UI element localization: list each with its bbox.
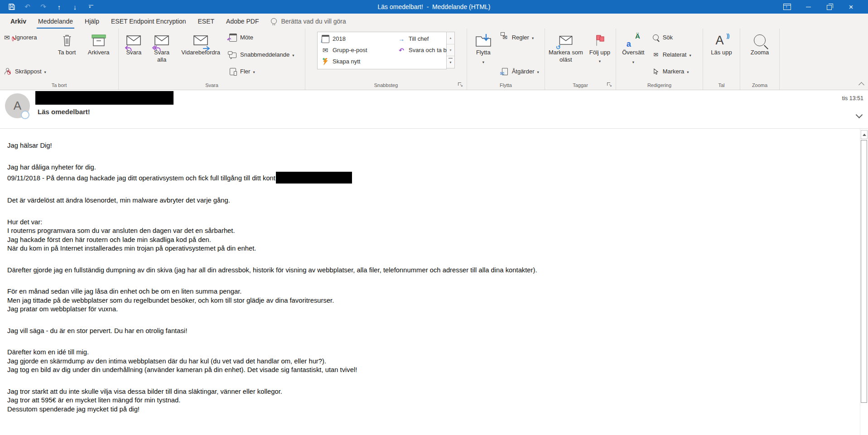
body-line: Jag tog en bild av dig under din underhå… — [7, 366, 860, 375]
quick-steps-scroll-down-button[interactable]: ▼ — [447, 44, 454, 57]
dropdown-arrow-icon — [599, 56, 601, 64]
archive-icon — [91, 32, 106, 49]
body-paragraph: Det är värdelöst att ändra lösenordet, m… — [7, 196, 860, 205]
quick-steps-more-button[interactable]: ▼ — [447, 56, 454, 68]
svara-button[interactable]: Svara — [120, 29, 148, 80]
folj-upp-button[interactable]: Följ upp — [585, 29, 614, 80]
relaterat-button[interactable]: ✉ Relaterat — [650, 49, 700, 60]
body-line: Jag tror starkt att du inte skulle vilja… — [7, 387, 860, 396]
svara-alla-button[interactable]: Svara alla — [148, 29, 176, 80]
button-label: Följ upp — [589, 49, 610, 56]
group-label: Flytta — [500, 82, 512, 88]
dropdown-arrow-icon — [44, 68, 46, 75]
move-down-button[interactable]: ↓ — [67, 0, 83, 14]
flytta-button[interactable]: Flytta — [468, 29, 498, 80]
body-line: Det är värdelöst att ändra lösenordet, m… — [7, 196, 860, 205]
body-line: 09/11/2018 - På denna dag hackade jag di… — [7, 172, 860, 184]
message-subject: Läs omedelbart! — [38, 108, 90, 116]
reply-arrow-icon: ↶ — [397, 47, 405, 54]
redacted-sender — [35, 91, 174, 105]
body-line: I routerns programvara som du var anslut… — [7, 227, 860, 236]
button-label: Fler — [240, 68, 250, 75]
oversatt-button[interactable]: Översätt — [617, 29, 649, 80]
scrollbar-thumb[interactable] — [861, 140, 867, 403]
dialog-launcher-icon[interactable] — [607, 82, 612, 87]
tab-eset[interactable]: ESET — [192, 14, 221, 29]
group-svara: Svara Svara alla Vidarebefordra — [119, 29, 305, 90]
junk-person-icon — [4, 68, 12, 75]
follow-up-flag-icon — [595, 32, 605, 49]
dialog-launcher-icon[interactable] — [458, 82, 463, 87]
body-paragraph: Jag har dåliga nyheter för dig.09/11/201… — [7, 163, 860, 184]
fler-button[interactable]: Fler — [227, 66, 303, 77]
dropdown-arrow-icon — [687, 68, 689, 75]
undo-button: ↶ — [19, 0, 35, 14]
tab-eset-endpoint-encryption[interactable]: ESET Endpoint Encryption — [105, 14, 192, 29]
ignorera-button[interactable]: ✉ Ignorera — [2, 32, 53, 43]
mote-button[interactable]: ↶ Möte — [227, 32, 303, 43]
customize-toolbar-icon — [89, 5, 93, 9]
body-paragraph: Hur det var:I routerns programvara som d… — [7, 218, 860, 253]
body-line: För en månad sedan ville jag låsa din en… — [7, 287, 860, 296]
body-line: Därefter kom en idé till mig. — [7, 348, 860, 357]
move-folder-icon — [475, 32, 492, 49]
related-icon: ✉ — [652, 52, 660, 58]
reply-arrow-icon: ↶ — [227, 37, 231, 43]
ribbon-display-options-button[interactable] — [776, 0, 798, 14]
body-line: När du kom in på Internet installerades … — [7, 244, 860, 253]
las-upp-button[interactable]: Läs upp — [708, 29, 736, 80]
quick-step-grupp-e-post[interactable]: ✉ Grupp-e-post — [321, 47, 397, 53]
markera-button[interactable]: Markera — [650, 66, 700, 77]
more-actions-icon — [228, 68, 237, 75]
tell-me-box[interactable]: Berätta vad du vill göra — [265, 14, 352, 29]
lightbulb-icon — [271, 18, 277, 24]
quick-access-toolbar: ↶ ↷ ↑ ↓ — [4, 0, 99, 14]
button-label: Läs upp — [711, 49, 732, 56]
body-line: Men jag tittade på de webbplatser som du… — [7, 296, 860, 305]
body-line: Jag tror att 595€ är en mycket liten män… — [7, 396, 860, 405]
ta-bort-button[interactable]: Ta bort — [53, 29, 81, 80]
vidarebefordra-button[interactable]: Vidarebefordra — [176, 29, 226, 80]
tab-adobe-pdf[interactable]: Adobe PDF — [220, 14, 265, 29]
dropdown-arrow-icon — [632, 57, 634, 65]
group-taggar: ↺ Markera som oläst Följ upp Taggar — [545, 29, 616, 90]
group-label: Ta bort — [52, 82, 67, 88]
close-button[interactable]: × — [840, 0, 862, 14]
window-title: Läs omedelbart! - Meddelande (HTML) — [136, 3, 732, 10]
translate-icon — [626, 32, 641, 49]
skrappost-button[interactable]: Skräppost — [2, 66, 53, 77]
tab-meddelande[interactable]: Meddelande — [32, 14, 79, 29]
save-icon — [9, 4, 15, 10]
scroll-up-button[interactable] — [861, 130, 868, 139]
group-redigering: Översätt Sök ✉ Relaterat Markera — [616, 29, 703, 90]
body-line: Jag hälsar Dig! — [7, 141, 860, 150]
tab-hjalp[interactable]: Hjälp — [79, 14, 105, 29]
dropdown-arrow-icon — [482, 57, 484, 65]
save-button[interactable] — [4, 0, 19, 14]
quick-step-svara-och-ta-bort[interactable]: ↶ Svara och ta bort — [397, 47, 453, 54]
customize-quick-access-button[interactable] — [83, 0, 99, 14]
body-paragraph: Jag vill säga - du är en stor pervert. D… — [7, 327, 860, 336]
regler-button[interactable]: ✉ Regler — [499, 32, 542, 43]
minimize-button[interactable] — [798, 0, 819, 14]
vertical-scrollbar[interactable] — [860, 129, 868, 435]
quick-step-2018[interactable]: ↓ 2018 — [321, 35, 397, 42]
tab-arkiv[interactable]: Arkiv — [5, 14, 32, 29]
quick-step-skapa-nytt[interactable]: Skapa nytt — [321, 58, 397, 65]
move-up-button[interactable]: ↑ — [51, 0, 67, 14]
group-label: Tal — [718, 82, 724, 88]
sok-button[interactable]: Sök — [650, 32, 700, 43]
arkivera-button[interactable]: Arkivera — [80, 29, 117, 80]
atgarder-button[interactable]: ✉ Åtgärder — [499, 66, 542, 77]
button-label: Skräppost — [15, 68, 42, 75]
zooma-button[interactable]: Zooma — [744, 29, 775, 80]
restore-button[interactable] — [819, 0, 840, 14]
restore-icon — [827, 5, 832, 10]
quick-step-till-chef[interactable]: → Till chef — [397, 35, 453, 43]
markera-som-olast-button[interactable]: ↺ Markera som oläst — [546, 29, 585, 80]
ribbon: ✉ Ignorera Skräppost Ta bort — [0, 29, 868, 90]
expand-header-chevron-icon[interactable] — [856, 111, 863, 119]
quick-steps-scroll-up-button[interactable]: ▲ — [447, 32, 454, 44]
snabbmeddelande-button[interactable]: Snabbmeddelande — [227, 49, 303, 60]
actions-icon: ✉ — [501, 68, 509, 75]
